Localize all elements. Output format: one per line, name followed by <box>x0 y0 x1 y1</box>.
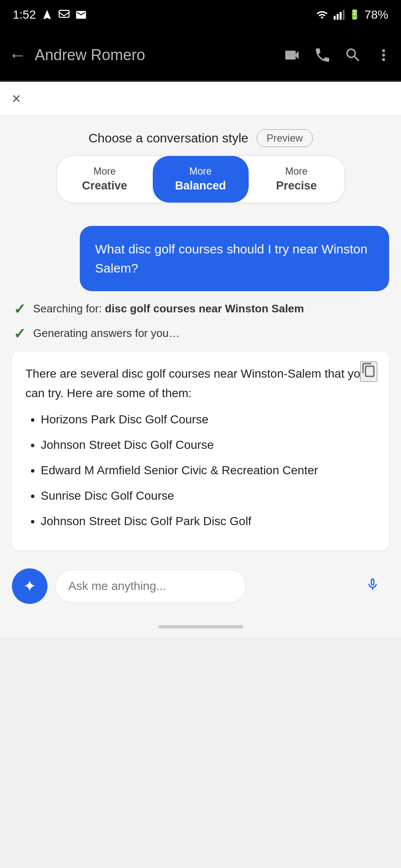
status-right: 🔋 78% <box>316 8 388 22</box>
battery-icon: 🔋 <box>349 9 360 20</box>
svg-rect-1 <box>334 16 336 19</box>
close-bar: × <box>0 82 401 116</box>
back-button[interactable]: ← <box>8 45 26 65</box>
search-status: ✓ Searching for: disc golf courses near … <box>14 300 387 317</box>
microphone-icon <box>365 577 380 592</box>
video-call-icon[interactable] <box>283 46 301 64</box>
mic-icon[interactable] <box>365 577 380 595</box>
navigation-icon <box>41 9 53 21</box>
precise-line2: Precise <box>276 178 317 194</box>
precise-line1: More <box>285 164 307 178</box>
status-time: 1:52 <box>13 8 36 22</box>
style-header: Choose a conversation style Preview <box>88 129 312 147</box>
svg-rect-3 <box>339 12 342 20</box>
course-item-1: Horizons Park Disc Golf Course <box>41 411 376 428</box>
search-status-text: Searching for: disc golf courses near Wi… <box>33 302 304 315</box>
balanced-line2: Balanced <box>175 178 226 194</box>
style-buttons: More Creative More Balanced More Precise <box>56 156 345 203</box>
home-bar <box>158 625 243 629</box>
battery-level: 78% <box>365 8 388 22</box>
message-icon <box>58 9 70 21</box>
style-heading: Choose a conversation style <box>88 131 248 145</box>
bing-fab-button[interactable]: ✦ <box>12 568 48 604</box>
copy-button[interactable] <box>360 362 377 382</box>
course-item-2: Johnson Street Disc Golf Course <box>41 436 376 454</box>
signal-icon <box>333 9 345 21</box>
courses-list: Horizons Park Disc Golf Course Johnson S… <box>25 411 376 530</box>
style-precise[interactable]: More Precise <box>249 156 345 203</box>
contact-name: Andrew Romero <box>35 46 275 64</box>
bing-logo-icon: ✦ <box>23 577 36 595</box>
status-left: 1:52 <box>13 8 87 22</box>
wifi-icon <box>316 9 328 21</box>
answer-intro: There are several disc golf courses near… <box>25 367 367 400</box>
svg-rect-4 <box>342 10 345 19</box>
search-icon[interactable] <box>344 46 362 64</box>
ask-input[interactable] <box>55 570 246 603</box>
input-wrapper <box>55 570 389 603</box>
gmail-icon <box>75 9 87 21</box>
course-item-4: Sunrise Disc Golf Course <box>41 487 376 505</box>
check-icon-1: ✓ <box>14 300 25 317</box>
close-button[interactable]: × <box>12 90 21 108</box>
check-icon-2: ✓ <box>14 325 25 342</box>
bottom-bar: ✦ <box>0 559 401 619</box>
user-message: What disc golf courses should I try near… <box>80 226 389 291</box>
balanced-line1: More <box>189 164 211 178</box>
svg-rect-2 <box>337 14 339 20</box>
creative-line1: More <box>93 164 115 178</box>
style-balanced[interactable]: More Balanced <box>153 156 249 203</box>
creative-line2: Creative <box>82 178 127 194</box>
copy-icon <box>361 362 376 378</box>
more-options-icon[interactable] <box>375 46 393 64</box>
style-section: Choose a conversation style Preview More… <box>0 116 401 213</box>
preview-button[interactable]: Preview <box>257 129 312 147</box>
chat-area: What disc golf courses should I try near… <box>0 213 401 559</box>
status-items: ✓ Searching for: disc golf courses near … <box>12 300 389 342</box>
app-bar: ← Andrew Romero <box>0 30 401 81</box>
answer-box: There are several disc golf courses near… <box>12 351 389 551</box>
course-item-5: Johnson Street Disc Golf Park Disc Golf <box>41 512 376 530</box>
app-bar-icons <box>283 46 393 64</box>
status-bar: 1:52 🔋 78% <box>0 0 401 30</box>
course-item-3: Edward M Armfield Senior Civic & Recreat… <box>41 462 376 479</box>
home-indicator <box>0 619 401 637</box>
generating-status-text: Generating answers for you… <box>33 327 179 340</box>
user-message-text: What disc golf courses should I try near… <box>95 242 367 275</box>
phone-icon[interactable] <box>314 46 331 64</box>
style-creative[interactable]: More Creative <box>57 156 153 203</box>
generating-status: ✓ Generating answers for you… <box>14 325 387 342</box>
